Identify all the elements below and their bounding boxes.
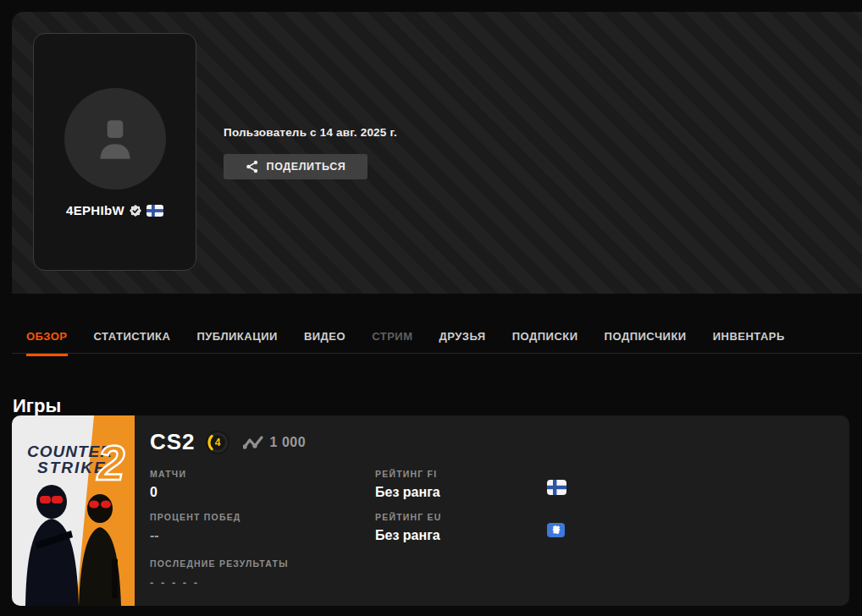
- game-card-cs2[interactable]: COUNTER STRIKE 2 CS2: [12, 415, 849, 606]
- member-since-text: Пользователь с 14 авг. 2025 г.: [224, 126, 397, 139]
- share-button-label: ПОДЕЛИТЬСЯ: [267, 161, 346, 173]
- tab-label: СТРИМ: [372, 330, 412, 343]
- tab-following[interactable]: ПОДПИСКИ: [512, 327, 578, 355]
- finland-flag-icon: [547, 480, 566, 498]
- elo-wrap: 1 000: [243, 435, 307, 450]
- stat-value: - - - - -: [150, 576, 289, 589]
- europe-flag-icon: [547, 523, 565, 541]
- art-title-line2: STRIKE: [37, 459, 107, 476]
- tab-friends[interactable]: ДРУЗЬЯ: [439, 327, 486, 355]
- stat-matches: МАТЧИ 0: [150, 469, 186, 500]
- profile-card: 4EPHIbW: [33, 33, 196, 271]
- elo-value: 1 000: [270, 435, 307, 450]
- cs2-cover-art: COUNTER STRIKE 2: [12, 415, 135, 606]
- tab-label: ПОДПИСЧИКИ: [605, 330, 687, 343]
- username-row: 4EPHIbW: [34, 203, 196, 217]
- verified-badge-icon: [130, 205, 141, 217]
- avatar[interactable]: [64, 88, 166, 190]
- rating-eu: РЕЙТИНГ EU Без ранга: [375, 512, 442, 543]
- tab-label: ИНВЕНТАРЬ: [713, 330, 785, 343]
- stat-label: МАТЧИ: [150, 469, 186, 479]
- share-button[interactable]: ПОДЕЛИТЬСЯ: [224, 154, 367, 179]
- active-tab-underline: [26, 354, 68, 356]
- stat-label: ПОСЛЕДНИЕ РЕЗУЛЬТАТЫ: [150, 558, 289, 569]
- skill-level-badge: 4: [205, 430, 230, 455]
- tab-followers[interactable]: ПОДПИСЧИКИ: [605, 327, 687, 355]
- game-title-row: CS2 4 1 000: [150, 429, 306, 455]
- stat-value: 0: [150, 485, 186, 500]
- tab-label: ОБЗОР: [26, 330, 68, 343]
- art-numeral: 2: [97, 435, 124, 490]
- skill-level-number: 4: [214, 437, 220, 448]
- tab-label: ПУБЛИКАЦИИ: [196, 330, 277, 343]
- games-section-title: Игры: [13, 395, 61, 417]
- tab-stream[interactable]: СТРИМ: [372, 327, 412, 355]
- username: 4EPHIbW: [66, 203, 124, 217]
- tab-label: ПОДПИСКИ: [512, 330, 578, 343]
- game-name: CS2: [150, 429, 196, 455]
- rating-label: РЕЙТИНГ EU: [375, 512, 442, 522]
- stat-label: ПРОЦЕНТ ПОБЕД: [150, 512, 241, 522]
- tab-label: ВИДЕО: [304, 330, 345, 343]
- stat-value: --: [150, 528, 241, 543]
- rating-fi: РЕЙТИНГ FI Без ранга: [375, 469, 440, 500]
- rating-value: Без ранга: [375, 528, 442, 543]
- rating-label: РЕЙТИНГ FI: [375, 469, 440, 479]
- stat-recent-results: ПОСЛЕДНИЕ РЕЗУЛЬТАТЫ - - - - -: [150, 558, 289, 589]
- tab-label: СТАТИСТИКА: [94, 330, 171, 343]
- share-icon: [246, 160, 259, 173]
- tab-videos[interactable]: ВИДЕО: [304, 327, 345, 355]
- tab-statistics[interactable]: СТАТИСТИКА: [94, 327, 171, 355]
- tab-posts[interactable]: ПУБЛИКАЦИИ: [196, 327, 277, 355]
- stat-winrate: ПРОЦЕНТ ПОБЕД --: [150, 512, 241, 543]
- profile-tabs: ОБЗОР СТАТИСТИКА ПУБЛИКАЦИИ ВИДЕО СТРИМ …: [12, 327, 862, 354]
- tab-inventory[interactable]: ИНВЕНТАРЬ: [713, 327, 785, 355]
- tab-label: ДРУЗЬЯ: [439, 330, 486, 343]
- finland-flag-icon: [146, 205, 163, 217]
- cs2-art-image: COUNTER STRIKE 2: [12, 415, 135, 606]
- game-card-content: CS2 4 1 000 МАТЧИ 0 ПРОЦЕНТ ПОБЕД: [135, 415, 849, 606]
- tab-overview[interactable]: ОБЗОР: [26, 327, 68, 355]
- rating-value: Без ранга: [375, 485, 440, 500]
- avatar-placeholder-icon: [91, 114, 140, 163]
- elo-graph-icon: [243, 436, 263, 449]
